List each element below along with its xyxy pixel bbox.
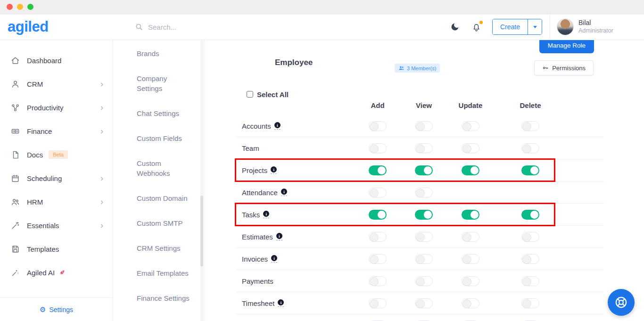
- toggle-estimates-update[interactable]: [462, 232, 479, 242]
- search-input[interactable]: [148, 23, 299, 31]
- sidebar-item-scheduling[interactable]: Scheduling›: [0, 166, 113, 190]
- permissions-button[interactable]: Permissions: [534, 60, 594, 75]
- scrollbar-thumb[interactable]: [200, 196, 203, 266]
- toggle-attendance-view[interactable]: [415, 188, 433, 198]
- info-icon[interactable]: i: [271, 255, 277, 261]
- sidebar-item-hrm[interactable]: HRM›: [0, 190, 113, 214]
- help-button[interactable]: [608, 289, 635, 316]
- toggle-timesheet-view[interactable]: [415, 298, 433, 308]
- toggle-payments-view[interactable]: [415, 276, 433, 286]
- zoom-button[interactable]: [27, 4, 33, 10]
- toggle-accounts-update[interactable]: [462, 121, 479, 131]
- toggle-invoices-update[interactable]: [462, 254, 479, 264]
- sidebar-item-essentials[interactable]: Essentials›: [0, 214, 113, 237]
- toggle-timesheet-add[interactable]: [369, 298, 387, 308]
- info-icon[interactable]: i: [263, 211, 269, 217]
- user-profile[interactable]: Bilal Administrator: [550, 14, 644, 40]
- sidebar-item-crm[interactable]: CRM›: [0, 72, 113, 96]
- select-all[interactable]: Select All: [247, 90, 289, 99]
- toggle-estimates-view[interactable]: [415, 232, 433, 242]
- permission-row-invoices: Invoicesi: [236, 248, 604, 270]
- permission-row-team: Team: [236, 137, 604, 159]
- toggle-estimates-add[interactable]: [369, 232, 387, 242]
- toggle-tasks-update[interactable]: [462, 210, 479, 220]
- sidebar-item-finance[interactable]: Finance›: [0, 119, 113, 143]
- sidebar-item-label: Essentials: [27, 222, 59, 230]
- toggle-tasks-add[interactable]: [369, 210, 387, 220]
- settings-menu-item-chat-settings[interactable]: Chat Settings: [137, 101, 191, 126]
- dark-mode-toggle[interactable]: [449, 21, 461, 33]
- column-header-update: Update: [459, 101, 483, 109]
- members-badge-label: 3 Member(s): [407, 66, 436, 71]
- toggle-estimates-delete[interactable]: [521, 232, 539, 242]
- settings-menu-item-custom-smtp[interactable]: Custom SMTP: [137, 211, 191, 236]
- close-button[interactable]: [7, 4, 13, 10]
- toggle-payments-add[interactable]: [369, 276, 387, 286]
- minimize-button[interactable]: [17, 4, 23, 10]
- toggle-payments-update[interactable]: [462, 276, 479, 286]
- toggle-invoices-add[interactable]: [369, 254, 387, 264]
- info-icon[interactable]: i: [278, 299, 284, 305]
- select-all-checkbox[interactable]: [247, 91, 253, 98]
- sidebar-item-docs[interactable]: DocsBeta: [0, 143, 113, 166]
- chevron-right-icon: ›: [100, 127, 103, 135]
- manage-role-button[interactable]: Manage Role: [539, 40, 594, 53]
- app-header: agiled Create: [0, 14, 644, 40]
- toggle-team-add[interactable]: [369, 143, 387, 153]
- toggle-timesheet-delete[interactable]: [521, 298, 539, 308]
- scrollbar-track: [200, 40, 203, 321]
- settings-menu-item-brands[interactable]: Brands: [137, 41, 191, 66]
- permission-label: Invoicesi: [236, 255, 277, 263]
- app-logo[interactable]: agiled: [0, 18, 113, 35]
- toggle-projects-add[interactable]: [369, 165, 387, 175]
- settings-menu-item-custom-domain[interactable]: Custom Domain: [137, 186, 191, 211]
- toggle-team-view[interactable]: [415, 143, 433, 153]
- settings-menu-item-gdpr[interactable]: GDPR: [137, 311, 191, 321]
- toggle-payments-delete[interactable]: [521, 276, 539, 286]
- create-button[interactable]: Create: [493, 19, 528, 34]
- sidebar-item-label: Finance: [27, 127, 52, 135]
- toggle-team-delete[interactable]: [521, 143, 539, 153]
- permission-row-accounts: Accountsi: [236, 115, 604, 137]
- toggle-attendance-add[interactable]: [369, 188, 387, 198]
- toggle-tasks-view[interactable]: [415, 210, 433, 220]
- toggle-projects-delete[interactable]: [521, 165, 539, 175]
- toggle-accounts-add[interactable]: [369, 121, 387, 131]
- toggle-accounts-view[interactable]: [415, 121, 433, 131]
- toggle-invoices-view[interactable]: [415, 254, 433, 264]
- settings-menu-item-custom-fields[interactable]: Custom Fields: [137, 126, 191, 151]
- permission-row-projects: Projectsi: [236, 159, 604, 181]
- toggle-projects-update[interactable]: [462, 165, 479, 175]
- search-bar[interactable]: [135, 23, 299, 31]
- sidebar-item-productivity[interactable]: Productivity›: [0, 96, 113, 119]
- sidebar-item-templates[interactable]: Templates: [0, 237, 113, 261]
- toggle-team-update[interactable]: [462, 143, 479, 153]
- sidebar-item-dashboard[interactable]: Dashboard: [0, 49, 113, 72]
- beta-badge: Beta: [49, 150, 68, 159]
- key-icon: [542, 65, 549, 71]
- settings-menu-item-company-settings[interactable]: Company Settings: [137, 66, 191, 101]
- settings-menu-item-finance-settings[interactable]: Finance Settings: [137, 286, 191, 311]
- info-icon[interactable]: i: [274, 122, 281, 128]
- permission-label: Projectsi: [236, 166, 277, 174]
- toggle-invoices-delete[interactable]: [521, 254, 539, 264]
- members-badge[interactable]: 3 Member(s): [395, 64, 440, 73]
- toggle-accounts-delete[interactable]: [521, 121, 539, 131]
- settings-menu-item-crm-settings[interactable]: CRM Settings: [137, 236, 191, 261]
- sidebar-item-agiled-ai[interactable]: Agiled AI: [0, 261, 113, 284]
- settings-menu-item-custom-webhooks[interactable]: Custom Webhooks: [137, 151, 191, 186]
- settings-menu-item-email-templates[interactable]: Email Templates: [137, 261, 191, 286]
- info-icon[interactable]: i: [281, 189, 287, 195]
- toggle-tasks-delete[interactable]: [521, 210, 539, 220]
- notifications-button[interactable]: [471, 21, 483, 33]
- create-dropdown-button[interactable]: [528, 19, 542, 34]
- app-window: agiled Create: [0, 0, 644, 321]
- sidebar-nav: DashboardCRM›Productivity›Finance›DocsBe…: [0, 40, 113, 284]
- settings-link[interactable]: Settings: [49, 306, 73, 313]
- title-bar: [0, 0, 644, 14]
- life-ring-icon: [614, 295, 628, 310]
- info-icon[interactable]: i: [271, 166, 277, 173]
- toggle-timesheet-update[interactable]: [462, 298, 479, 308]
- toggle-projects-view[interactable]: [415, 165, 433, 175]
- info-icon[interactable]: i: [276, 233, 282, 239]
